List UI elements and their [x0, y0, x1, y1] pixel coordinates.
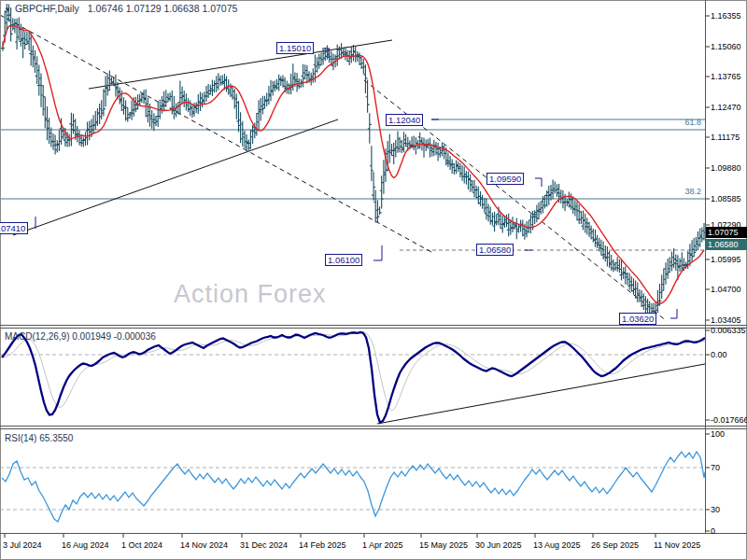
y-axis-label: 1.08585: [711, 194, 741, 203]
x-axis-date-label: 1 Apr 2025: [362, 540, 403, 550]
x-axis-date-label: 30 Jun 2025: [475, 540, 522, 550]
rsi-scale-label: 70: [711, 463, 720, 472]
x-axis-date-label: 16 Aug 2024: [62, 540, 109, 550]
price-level-callout[interactable]: 1.12040: [386, 114, 423, 126]
fibonacci-label: 61.8: [684, 118, 701, 127]
y-axis-label: 1.09880: [711, 163, 741, 173]
y-axis-label: 1.04700: [711, 285, 741, 294]
x-axis-date-label: 3 Jul 2024: [3, 540, 42, 550]
x-axis-date-label: 11 Nov 2025: [654, 540, 700, 550]
macd-scale-label: 0.006335: [711, 326, 746, 335]
callout-connector: [374, 245, 382, 260]
y-axis-label: 1.11175: [711, 133, 740, 142]
ohlc-values: 1.06746 1.07129 1.06638 1.07075: [88, 3, 238, 14]
chart-title: ▼GBPCHF,Daily1.06746 1.07129 1.06638 1.0…: [4, 3, 237, 14]
x-axis-date-label: 1 Oct 2024: [121, 540, 162, 550]
macd-signal-line: [2, 333, 705, 411]
price-level-callout[interactable]: 1.06100: [325, 254, 362, 266]
y-axis-label: 1.12470: [711, 103, 741, 112]
x-axis-date-label: 31 Dec 2024: [240, 540, 288, 550]
x-axis-date-label: 14 Feb 2025: [299, 540, 346, 550]
macd-main-line: [2, 332, 705, 423]
symbol-dropdown-icon[interactable]: ▼: [4, 6, 11, 14]
x-axis-date-label: 26 Sep 2025: [591, 540, 639, 550]
rsi-scale-label: 30: [711, 505, 720, 514]
x-axis-date-label: 15 May 2025: [419, 540, 468, 550]
macd-scale-label: 0.00: [711, 350, 727, 359]
symbol-label: GBPCHF,Daily: [15, 3, 79, 14]
x-axis-date-label: 13 Aug 2025: [533, 540, 581, 550]
callout-connector: [535, 178, 542, 187]
y-axis-label: 1.15060: [711, 42, 741, 51]
price-level-callout[interactable]: 1.06580: [476, 244, 514, 256]
callout-connector: [670, 309, 677, 318]
watermark: Action Forex: [174, 280, 327, 309]
macd-scale-label: -0.017666: [711, 415, 747, 425]
y-axis-label: 1.16355: [711, 11, 741, 21]
y-axis-label: 1.05995: [711, 255, 741, 264]
rsi-indicator-label: RSI(14) 65.3550: [5, 433, 73, 443]
fibonacci-label: 38.2: [684, 187, 701, 196]
rsi-line: [2, 452, 705, 522]
y-axis-label: 1.03405: [711, 315, 741, 325]
x-axis-date-label: 14 Nov 2024: [180, 540, 228, 550]
trading-chart-window: ▼GBPCHF,Daily1.06746 1.07129 1.06638 1.0…: [0, 0, 747, 560]
macd-trendline[interactable]: [377, 364, 705, 424]
current-price-box: 1.07075: [706, 227, 747, 238]
price-level-callout[interactable]: 1.15010: [276, 42, 314, 54]
macd-indicator-label: MACD(12,26,9) 0.001949 -0.000036: [5, 331, 156, 342]
rsi-scale-label: 0: [711, 526, 715, 536]
y-axis-label: 1.13765: [711, 72, 741, 81]
trendline[interactable]: [89, 40, 392, 89]
price-level-callout[interactable]: 1.07410: [0, 222, 28, 234]
chart-canvas[interactable]: [0, 0, 747, 560]
price-level-callout[interactable]: 1.03620: [619, 313, 656, 325]
price-level-callout[interactable]: 1.09590: [486, 173, 524, 185]
marked-level-box: 1.06580: [706, 239, 747, 250]
price-bars: [1, 4, 706, 320]
rsi-scale-label: 100: [711, 429, 725, 439]
